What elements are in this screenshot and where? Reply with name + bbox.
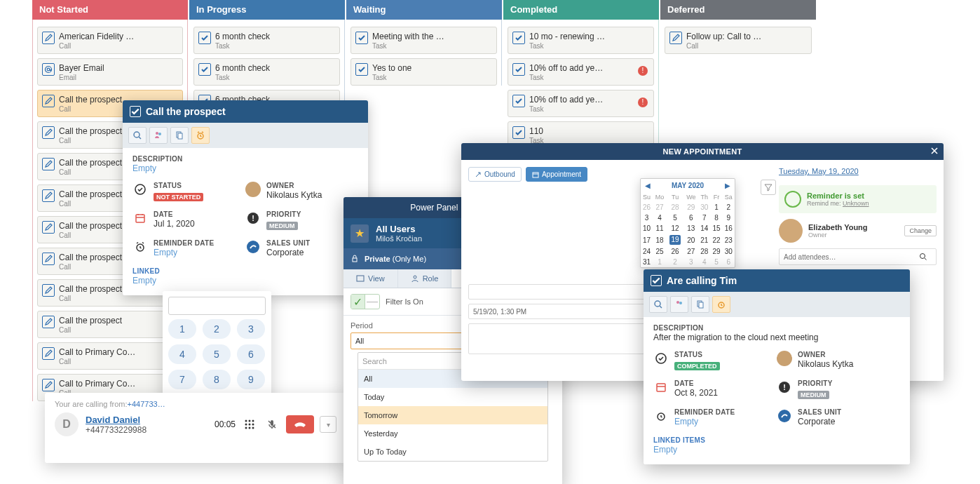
calendar-day[interactable]: 4 (698, 257, 710, 267)
keypad-key[interactable]: 2 (203, 319, 231, 339)
kanban-card[interactable]: 6 month checkTask (193, 58, 340, 86)
copy-icon[interactable] (170, 127, 189, 144)
period-option[interactable]: Up To Today (358, 443, 547, 461)
people-icon[interactable] (670, 296, 688, 313)
keypad-key[interactable]: 8 (203, 370, 231, 389)
dial-input[interactable] (168, 297, 266, 315)
calendar-day[interactable]: 18 (653, 234, 666, 246)
mute-icon[interactable] (264, 416, 280, 433)
calendar-day[interactable]: 6 (723, 257, 735, 267)
calendar-day[interactable]: 23 (723, 234, 735, 246)
calendar-day[interactable]: 11 (653, 223, 666, 234)
people-icon[interactable] (149, 127, 168, 144)
calendar-day[interactable]: 5 (667, 213, 684, 223)
calendar-day[interactable]: 26 (641, 202, 653, 213)
calendar-day[interactable]: 24 (641, 246, 653, 257)
dialpad-icon[interactable] (241, 416, 258, 433)
calendar-day[interactable]: 1 (710, 202, 722, 213)
calendar-day[interactable]: 30 (723, 246, 735, 257)
change-owner-button[interactable]: Change (904, 225, 937, 236)
alarm-icon[interactable] (712, 296, 730, 313)
tab-role[interactable]: Role (398, 269, 452, 288)
calendar-day[interactable]: 19 (667, 234, 684, 246)
search-icon[interactable] (919, 253, 936, 261)
description-value[interactable]: Empty (132, 163, 358, 173)
attendees-input[interactable] (780, 253, 919, 261)
panel-header[interactable]: Are calling Tim (644, 269, 910, 292)
hangup-button[interactable] (286, 415, 314, 433)
period-option[interactable]: Today (358, 388, 547, 406)
kanban-card[interactable]: Bayer EmailEmail (37, 58, 183, 86)
calendar-day[interactable]: 27 (653, 202, 666, 213)
keypad-key[interactable]: 9 (237, 370, 265, 389)
kanban-card[interactable]: 10% off to add ye…Task! (508, 58, 654, 86)
tab-view[interactable]: View (343, 269, 398, 288)
prev-month[interactable]: ◀ (645, 182, 651, 189)
calendar-day[interactable]: 29 (710, 246, 722, 257)
calendar-day[interactable]: 28 (698, 246, 710, 257)
keypad-key[interactable]: 4 (168, 344, 196, 364)
search-icon[interactable] (128, 127, 147, 144)
keypad-key[interactable]: 7 (168, 370, 196, 389)
kanban-card[interactable]: Yes to oneTask (351, 58, 497, 86)
period-option[interactable]: Yesterday (358, 424, 547, 443)
kanban-card[interactable]: 6 month checkTask (193, 27, 340, 54)
calendar-day[interactable]: 13 (683, 223, 698, 234)
kanban-card[interactable]: 10% off to add ye…Task! (508, 90, 654, 117)
calendar-day[interactable]: 20 (683, 234, 698, 246)
kanban-card[interactable]: Call to Primary Co…Call (37, 342, 183, 370)
more-icon[interactable]: ▾ (320, 416, 336, 433)
calendar-day[interactable]: 6 (683, 213, 698, 223)
calendar-day[interactable]: 27 (683, 246, 698, 257)
panel-header[interactable]: Call the prospect (123, 100, 368, 123)
column-header: Deferred (660, 0, 816, 20)
alarm-icon[interactable] (191, 127, 210, 144)
kanban-card[interactable]: Follow up: Call to …Call (665, 27, 812, 54)
calendar-day[interactable]: 28 (667, 202, 684, 213)
calendar-day[interactable]: 10 (641, 223, 653, 234)
calendar-day[interactable]: 30 (698, 202, 710, 213)
calendar-day[interactable]: 3 (683, 257, 698, 267)
appointment-type-outbound[interactable]: Outbound (468, 167, 522, 182)
calendar-day[interactable]: 31 (641, 257, 653, 267)
star-icon[interactable]: ★ (351, 224, 369, 243)
kanban-card[interactable]: 10 mo - renewing …Task (508, 27, 654, 54)
calendar-day[interactable]: 25 (653, 246, 666, 257)
calendar-day[interactable]: 17 (641, 234, 653, 246)
calendar-day[interactable]: 22 (710, 234, 722, 246)
calendar-day[interactable]: 2 (667, 257, 684, 267)
close-icon[interactable] (930, 146, 939, 156)
kanban-card[interactable]: American Fidelity …Call (37, 27, 183, 54)
calendar-day[interactable]: 14 (698, 223, 710, 234)
keypad-key[interactable]: 3 (237, 319, 265, 339)
keypad-key[interactable]: 6 (237, 344, 265, 364)
copy-icon[interactable] (691, 296, 709, 313)
next-month[interactable]: ▶ (725, 182, 730, 189)
filter-icon[interactable] (761, 180, 776, 195)
calendar-day[interactable]: 26 (667, 246, 684, 257)
calendar-day[interactable]: 2 (723, 202, 735, 213)
calendar-day[interactable]: 12 (667, 223, 684, 234)
calendar-day[interactable]: 7 (698, 213, 710, 223)
kanban-card[interactable]: Call the prospectCall (37, 311, 183, 338)
calendar-day[interactable]: 21 (698, 234, 710, 246)
appointment-date[interactable]: Tuesday, May 19, 2020 (779, 167, 937, 175)
calendar-day[interactable]: 16 (723, 223, 735, 234)
calendar-day[interactable]: 3 (641, 213, 653, 223)
search-icon[interactable] (649, 296, 667, 313)
calendar-day[interactable]: 9 (723, 213, 735, 223)
filter-toggle[interactable]: ✓— (351, 294, 380, 309)
keypad-key[interactable]: 5 (203, 344, 231, 364)
calendar-day[interactable]: 29 (683, 202, 698, 213)
contact-name[interactable]: David Daniel (86, 415, 147, 425)
appointment-type-appointment[interactable]: Appointment (526, 167, 587, 182)
kanban-card[interactable]: Meeting with the …Task (351, 27, 497, 54)
period-option[interactable]: Tomorrow (358, 406, 547, 424)
calendar-day[interactable]: 8 (710, 213, 722, 223)
calendar-day[interactable]: 4 (653, 213, 666, 223)
calendar-day[interactable]: 1 (653, 257, 666, 267)
keypad-key[interactable]: 1 (168, 319, 196, 339)
calendar-day[interactable]: 5 (710, 257, 722, 267)
calendar-day[interactable]: 15 (710, 223, 722, 234)
reminder-banner[interactable]: Reminder is setRemind me: Unknown (779, 185, 937, 213)
